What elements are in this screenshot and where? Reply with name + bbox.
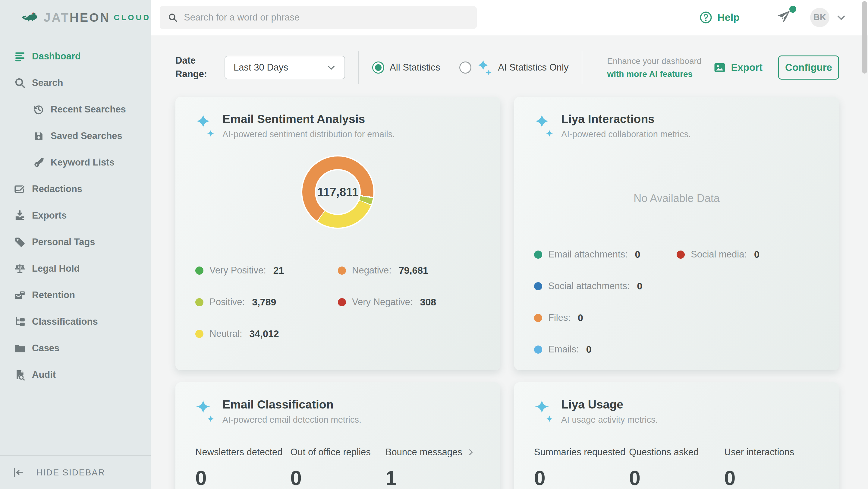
- legend-item: Very Negative: 308: [338, 296, 480, 308]
- legend-item: Very Positive: 21: [195, 264, 338, 277]
- card-title: Liya Interactions: [561, 111, 691, 126]
- sidebar-item-label: Classifications: [32, 316, 98, 327]
- metric-label: Newsletters detected: [195, 447, 290, 458]
- metric-value: 0: [195, 466, 290, 489]
- scrollbar[interactable]: [862, 1, 867, 73]
- search-icon: [13, 76, 27, 90]
- date-range-label: Date Range:: [176, 54, 207, 81]
- avatar[interactable]: BK: [810, 8, 830, 27]
- sentiment-legend: Very Positive: 21 Positive: 3,789 Neutra…: [195, 264, 480, 340]
- classification-metrics: Newsletters detected 0 Out of office rep…: [195, 447, 480, 489]
- radio-all-statistics[interactable]: All Statistics: [372, 61, 440, 73]
- ai-upsell-link[interactable]: with more AI features: [607, 67, 701, 81]
- sidebar-item-keyword-lists[interactable]: Keyword Lists: [0, 149, 151, 176]
- sidebar-item-dashboard[interactable]: Dashboard: [0, 43, 151, 70]
- legend-value: 3,789: [252, 297, 276, 308]
- metric: User interactions 0: [724, 447, 819, 489]
- metric: Out of office replies 0: [290, 447, 385, 489]
- main-area: Help BK Date Range: Last: [151, 0, 868, 489]
- legend-dot: [195, 330, 204, 338]
- metric: Summaries requested 0: [534, 447, 629, 489]
- metric-value: 1: [385, 466, 480, 489]
- hide-sidebar-label: HIDE SIDEBAR: [36, 467, 105, 478]
- key-icon: [32, 156, 45, 169]
- export-label: Export: [731, 62, 763, 73]
- sidebar-item-label: Personal Tags: [32, 237, 95, 247]
- cards-grid: Email Sentiment Analysis AI-powered sent…: [151, 97, 868, 489]
- legend-dot: [338, 298, 346, 306]
- chevron-down-icon: [836, 12, 846, 23]
- help-label: Help: [717, 11, 740, 23]
- sidebar-item-label: Legal Hold: [32, 263, 80, 274]
- sidebar-item-cases[interactable]: Cases: [0, 335, 151, 362]
- sidebar-item-personal-tags[interactable]: Personal Tags: [0, 229, 151, 255]
- radio-ai-statistics-only[interactable]: AI Statistics Only: [459, 58, 568, 78]
- card-title: Email Classification: [222, 396, 361, 411]
- sentiment-donut-chart: 117,811: [302, 156, 373, 227]
- card-header: Email Sentiment Analysis AI-powered sent…: [195, 111, 480, 140]
- radio-all-label: All Statistics: [390, 61, 440, 73]
- sidebar-item-search[interactable]: Search: [0, 70, 151, 96]
- legend-label: Negative:: [352, 265, 392, 276]
- classifications-icon: [13, 315, 27, 328]
- metric-value: 0: [534, 466, 629, 489]
- sidebar-item-retention[interactable]: Retention: [0, 282, 151, 308]
- ai-sparkle-icon: [477, 58, 493, 78]
- ai-sparkle-icon: [534, 111, 553, 140]
- collapse-sidebar-icon: [12, 466, 24, 479]
- image-icon: [713, 61, 726, 74]
- ai-upsell-text: Enhance your dashboard with more AI feat…: [607, 55, 701, 81]
- sidebar-item-label: Keyword Lists: [51, 157, 115, 168]
- topbar-right: Help BK: [699, 8, 846, 27]
- redactions-icon: [13, 182, 27, 196]
- hide-sidebar-button[interactable]: HIDE SIDEBAR: [0, 455, 151, 489]
- legend-label: Very Positive:: [210, 265, 266, 276]
- legend-value: 34,012: [250, 328, 279, 339]
- sidebar-item-recent-searches[interactable]: Recent Searches: [0, 96, 151, 123]
- brand-logo[interactable]: JATHEON CLOUD: [0, 0, 151, 35]
- export-button[interactable]: Export: [713, 61, 763, 74]
- help-button[interactable]: Help: [699, 10, 740, 24]
- legend-value: 79,681: [399, 265, 428, 276]
- sidebar-item-legal-hold[interactable]: Legal Hold: [0, 255, 151, 282]
- legend-value: 21: [273, 265, 284, 276]
- radio-ai-label: AI Statistics Only: [498, 61, 568, 73]
- dashboard-icon: [13, 50, 27, 63]
- configure-button[interactable]: Configure: [778, 56, 839, 80]
- sidebar-item-label: Saved Searches: [51, 130, 122, 142]
- sidebar-item-classifications[interactable]: Classifications: [0, 308, 151, 335]
- card-email-sentiment: Email Sentiment Analysis AI-powered sent…: [176, 97, 500, 370]
- search-input[interactable]: [184, 12, 469, 23]
- legend-dot: [677, 250, 685, 259]
- sidebar-item-audit[interactable]: Audit: [0, 362, 151, 388]
- sentiment-donut-wrap: 117,811: [176, 156, 500, 227]
- legend-label: Positive:: [210, 297, 245, 307]
- legend-label: Very Negative:: [352, 297, 413, 307]
- date-range-select[interactable]: Last 30 Days: [224, 56, 345, 79]
- sidebar-item-exports[interactable]: Exports: [0, 202, 151, 229]
- legend-item: Social attachments: 0: [534, 280, 677, 293]
- account-menu-button[interactable]: [836, 12, 846, 23]
- no-data-message: No Available Data: [514, 192, 839, 205]
- legend-dot: [534, 314, 542, 322]
- donut-total: 117,811: [317, 185, 359, 199]
- legend-value: 0: [635, 249, 641, 260]
- donut-hole: 117,811: [315, 169, 361, 215]
- legend-label: Email attachments:: [548, 249, 628, 260]
- notifications-button[interactable]: [776, 9, 792, 26]
- sidebar-item-saved-searches[interactable]: Saved Searches: [0, 123, 151, 149]
- search-icon: [167, 12, 178, 23]
- card-subtitle: AI-powered collaboration metrics.: [561, 129, 691, 139]
- metric-label: Bounce messages: [385, 447, 480, 458]
- legend-item: Positive: 3,789: [195, 296, 338, 308]
- legend-dot: [534, 345, 542, 354]
- legend-label: Social media:: [691, 249, 747, 260]
- chevron-right-icon[interactable]: [467, 448, 475, 456]
- metric-label: Summaries requested: [534, 447, 629, 458]
- sidebar-item-redactions[interactable]: Redactions: [0, 176, 151, 202]
- help-icon: [699, 10, 713, 24]
- date-range-value: Last 30 Days: [234, 62, 288, 73]
- ai-upsell-line1: Enhance your dashboard: [607, 55, 701, 67]
- legend-value: 308: [420, 297, 436, 308]
- metric-label: Out of office replies: [290, 447, 385, 458]
